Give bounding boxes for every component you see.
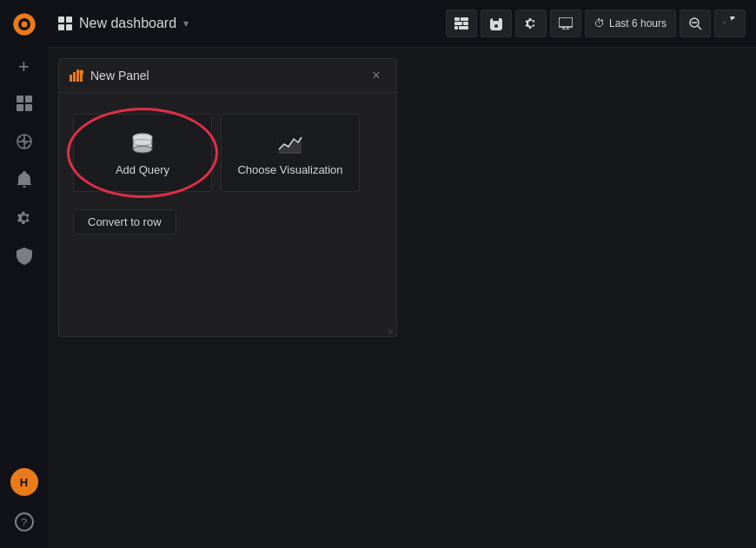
- main-content: New dashboard ▾: [48, 0, 756, 548]
- title-dropdown-chevron[interactable]: ▾: [183, 17, 189, 30]
- chart-icon: [277, 130, 303, 156]
- svg-rect-8: [25, 96, 32, 102]
- panel-header: New Panel ×: [59, 59, 396, 93]
- svg-rect-14: [454, 17, 460, 21]
- add-query-option[interactable]: Add Query: [73, 114, 212, 192]
- help-icon: ?: [15, 512, 34, 531]
- sidebar-bottom: H ?: [0, 468, 48, 548]
- new-panel: New Panel ×: [58, 58, 397, 337]
- bell-icon: [17, 171, 32, 193]
- dashboards-icon: [16, 95, 33, 116]
- choose-visualization-option[interactable]: Choose Visualization: [221, 114, 360, 192]
- dashboard-grid-icon: [58, 17, 72, 30]
- svg-rect-16: [454, 22, 462, 25]
- sidebar-item-alerting[interactable]: [0, 162, 48, 201]
- svg-rect-20: [559, 17, 573, 27]
- time-range-label: Last 6 hours: [609, 17, 666, 30]
- save-dashboard-button[interactable]: [481, 10, 512, 37]
- topbar-actions: ⏱ Last 6 hours: [446, 10, 746, 37]
- svg-rect-28: [73, 72, 76, 82]
- sidebar-item-dashboards[interactable]: [0, 86, 48, 124]
- svg-rect-6: [31, 23, 35, 25]
- sidebar-item-add[interactable]: +: [0, 48, 48, 86]
- grafana-logo[interactable]: [0, 0, 48, 48]
- avatar[interactable]: H: [10, 468, 38, 496]
- add-panel-button[interactable]: [446, 10, 477, 37]
- panel-resize-handle[interactable]: ⇲: [386, 326, 395, 334]
- svg-rect-3: [23, 13, 25, 17]
- svg-line-25: [698, 26, 701, 30]
- time-range-button[interactable]: ⏱ Last 6 hours: [585, 10, 676, 37]
- svg-rect-18: [454, 26, 458, 30]
- dashboard-title[interactable]: New dashboard: [79, 16, 176, 31]
- add-query-label: Add Query: [116, 163, 169, 176]
- zoom-out-button[interactable]: [680, 10, 711, 37]
- svg-rect-9: [17, 104, 23, 111]
- panel-header-icon: [70, 69, 83, 82]
- svg-rect-4: [23, 31, 25, 35]
- dashboard-settings-button[interactable]: [515, 10, 547, 37]
- panel-body: Add Query: [59, 93, 396, 336]
- svg-rect-7: [17, 96, 23, 102]
- convert-to-row-button[interactable]: Convert to row: [73, 209, 176, 234]
- svg-rect-5: [13, 23, 17, 25]
- svg-rect-10: [25, 104, 32, 111]
- svg-rect-27: [70, 75, 72, 82]
- explore-icon: [16, 133, 33, 155]
- sidebar-item-shield[interactable]: [0, 239, 48, 277]
- tv-mode-button[interactable]: [550, 10, 581, 37]
- sidebar-item-configuration[interactable]: [0, 201, 48, 239]
- database-icon: [129, 130, 156, 156]
- svg-point-2: [21, 21, 27, 27]
- svg-rect-19: [459, 26, 468, 30]
- panel-title: New Panel: [90, 69, 360, 83]
- gear-icon: [16, 209, 33, 231]
- panel-close-button[interactable]: ×: [367, 66, 386, 85]
- svg-rect-17: [463, 22, 468, 25]
- svg-rect-15: [461, 17, 468, 21]
- topbar-title-section: New dashboard ▾: [58, 16, 446, 31]
- topbar: New dashboard ▾: [48, 0, 756, 48]
- shield-icon: [17, 248, 32, 269]
- svg-rect-29: [76, 69, 79, 82]
- svg-point-36: [133, 146, 152, 153]
- svg-rect-30: [80, 73, 83, 82]
- clock-icon: ⏱: [594, 17, 605, 30]
- refresh-button[interactable]: [714, 10, 746, 37]
- sidebar: +: [0, 0, 48, 548]
- choose-viz-label: Choose Visualization: [237, 163, 342, 176]
- add-icon: +: [18, 56, 30, 78]
- panel-options: Add Query: [73, 114, 382, 192]
- dashboard-area: New Panel ×: [48, 48, 756, 548]
- sidebar-item-explore[interactable]: [0, 124, 48, 162]
- sidebar-item-help[interactable]: ?: [0, 503, 48, 541]
